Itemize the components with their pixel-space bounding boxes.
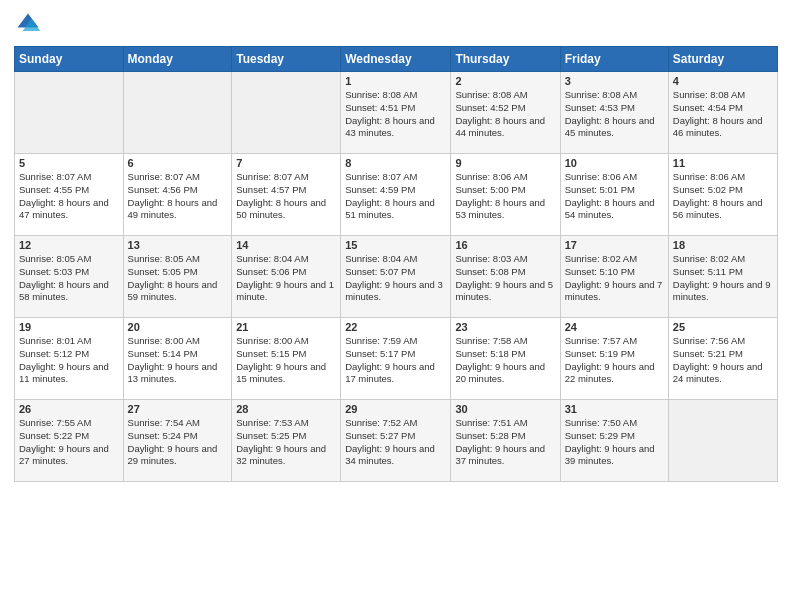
- day-cell: 1Sunrise: 8:08 AM Sunset: 4:51 PM Daylig…: [341, 72, 451, 154]
- day-cell: 18Sunrise: 8:02 AM Sunset: 5:11 PM Dayli…: [668, 236, 777, 318]
- day-cell: 2Sunrise: 8:08 AM Sunset: 4:52 PM Daylig…: [451, 72, 560, 154]
- day-info: Sunrise: 7:56 AM Sunset: 5:21 PM Dayligh…: [673, 335, 773, 386]
- day-info: Sunrise: 8:08 AM Sunset: 4:51 PM Dayligh…: [345, 89, 446, 140]
- day-cell: [123, 72, 232, 154]
- day-info: Sunrise: 8:08 AM Sunset: 4:52 PM Dayligh…: [455, 89, 555, 140]
- day-info: Sunrise: 8:01 AM Sunset: 5:12 PM Dayligh…: [19, 335, 119, 386]
- day-cell: 31Sunrise: 7:50 AM Sunset: 5:29 PM Dayli…: [560, 400, 668, 482]
- day-cell: 29Sunrise: 7:52 AM Sunset: 5:27 PM Dayli…: [341, 400, 451, 482]
- day-number: 2: [455, 75, 555, 87]
- day-cell: 25Sunrise: 7:56 AM Sunset: 5:21 PM Dayli…: [668, 318, 777, 400]
- day-cell: 5Sunrise: 8:07 AM Sunset: 4:55 PM Daylig…: [15, 154, 124, 236]
- day-number: 30: [455, 403, 555, 415]
- calendar-container: SundayMondayTuesdayWednesdayThursdayFrid…: [0, 0, 792, 612]
- day-number: 18: [673, 239, 773, 251]
- day-number: 21: [236, 321, 336, 333]
- day-info: Sunrise: 8:05 AM Sunset: 5:03 PM Dayligh…: [19, 253, 119, 304]
- day-info: Sunrise: 8:04 AM Sunset: 5:07 PM Dayligh…: [345, 253, 446, 304]
- week-row-2: 5Sunrise: 8:07 AM Sunset: 4:55 PM Daylig…: [15, 154, 778, 236]
- day-number: 29: [345, 403, 446, 415]
- day-number: 17: [565, 239, 664, 251]
- day-cell: 13Sunrise: 8:05 AM Sunset: 5:05 PM Dayli…: [123, 236, 232, 318]
- day-number: 25: [673, 321, 773, 333]
- day-number: 9: [455, 157, 555, 169]
- day-info: Sunrise: 7:59 AM Sunset: 5:17 PM Dayligh…: [345, 335, 446, 386]
- day-cell: 6Sunrise: 8:07 AM Sunset: 4:56 PM Daylig…: [123, 154, 232, 236]
- day-info: Sunrise: 7:53 AM Sunset: 5:25 PM Dayligh…: [236, 417, 336, 468]
- day-info: Sunrise: 8:00 AM Sunset: 5:14 PM Dayligh…: [128, 335, 228, 386]
- day-number: 14: [236, 239, 336, 251]
- day-cell: [232, 72, 341, 154]
- day-info: Sunrise: 8:07 AM Sunset: 4:56 PM Dayligh…: [128, 171, 228, 222]
- day-number: 27: [128, 403, 228, 415]
- day-number: 13: [128, 239, 228, 251]
- day-cell: 11Sunrise: 8:06 AM Sunset: 5:02 PM Dayli…: [668, 154, 777, 236]
- day-info: Sunrise: 8:00 AM Sunset: 5:15 PM Dayligh…: [236, 335, 336, 386]
- day-cell: 14Sunrise: 8:04 AM Sunset: 5:06 PM Dayli…: [232, 236, 341, 318]
- day-number: 19: [19, 321, 119, 333]
- week-row-5: 26Sunrise: 7:55 AM Sunset: 5:22 PM Dayli…: [15, 400, 778, 482]
- day-number: 16: [455, 239, 555, 251]
- day-info: Sunrise: 8:05 AM Sunset: 5:05 PM Dayligh…: [128, 253, 228, 304]
- calendar-table: SundayMondayTuesdayWednesdayThursdayFrid…: [14, 46, 778, 482]
- day-cell: 4Sunrise: 8:08 AM Sunset: 4:54 PM Daylig…: [668, 72, 777, 154]
- day-info: Sunrise: 8:07 AM Sunset: 4:57 PM Dayligh…: [236, 171, 336, 222]
- day-cell: 9Sunrise: 8:06 AM Sunset: 5:00 PM Daylig…: [451, 154, 560, 236]
- day-cell: 30Sunrise: 7:51 AM Sunset: 5:28 PM Dayli…: [451, 400, 560, 482]
- weekday-header-thursday: Thursday: [451, 47, 560, 72]
- logo-icon: [14, 10, 42, 38]
- day-info: Sunrise: 8:06 AM Sunset: 5:00 PM Dayligh…: [455, 171, 555, 222]
- day-info: Sunrise: 8:06 AM Sunset: 5:01 PM Dayligh…: [565, 171, 664, 222]
- day-number: 1: [345, 75, 446, 87]
- day-cell: 22Sunrise: 7:59 AM Sunset: 5:17 PM Dayli…: [341, 318, 451, 400]
- week-row-1: 1Sunrise: 8:08 AM Sunset: 4:51 PM Daylig…: [15, 72, 778, 154]
- day-number: 24: [565, 321, 664, 333]
- day-info: Sunrise: 7:51 AM Sunset: 5:28 PM Dayligh…: [455, 417, 555, 468]
- day-number: 26: [19, 403, 119, 415]
- day-info: Sunrise: 7:54 AM Sunset: 5:24 PM Dayligh…: [128, 417, 228, 468]
- weekday-header-tuesday: Tuesday: [232, 47, 341, 72]
- day-number: 5: [19, 157, 119, 169]
- week-row-3: 12Sunrise: 8:05 AM Sunset: 5:03 PM Dayli…: [15, 236, 778, 318]
- day-number: 11: [673, 157, 773, 169]
- weekday-header-row: SundayMondayTuesdayWednesdayThursdayFrid…: [15, 47, 778, 72]
- day-number: 31: [565, 403, 664, 415]
- weekday-header-monday: Monday: [123, 47, 232, 72]
- day-cell: 26Sunrise: 7:55 AM Sunset: 5:22 PM Dayli…: [15, 400, 124, 482]
- weekday-header-wednesday: Wednesday: [341, 47, 451, 72]
- weekday-header-saturday: Saturday: [668, 47, 777, 72]
- logo: [14, 10, 46, 38]
- week-row-4: 19Sunrise: 8:01 AM Sunset: 5:12 PM Dayli…: [15, 318, 778, 400]
- day-number: 8: [345, 157, 446, 169]
- day-number: 20: [128, 321, 228, 333]
- day-cell: 19Sunrise: 8:01 AM Sunset: 5:12 PM Dayli…: [15, 318, 124, 400]
- day-info: Sunrise: 8:06 AM Sunset: 5:02 PM Dayligh…: [673, 171, 773, 222]
- day-info: Sunrise: 8:07 AM Sunset: 4:55 PM Dayligh…: [19, 171, 119, 222]
- day-number: 15: [345, 239, 446, 251]
- day-number: 4: [673, 75, 773, 87]
- weekday-header-friday: Friday: [560, 47, 668, 72]
- day-cell: 15Sunrise: 8:04 AM Sunset: 5:07 PM Dayli…: [341, 236, 451, 318]
- day-number: 10: [565, 157, 664, 169]
- day-cell: 28Sunrise: 7:53 AM Sunset: 5:25 PM Dayli…: [232, 400, 341, 482]
- day-number: 3: [565, 75, 664, 87]
- day-info: Sunrise: 7:57 AM Sunset: 5:19 PM Dayligh…: [565, 335, 664, 386]
- day-info: Sunrise: 8:08 AM Sunset: 4:54 PM Dayligh…: [673, 89, 773, 140]
- day-cell: 21Sunrise: 8:00 AM Sunset: 5:15 PM Dayli…: [232, 318, 341, 400]
- day-cell: 7Sunrise: 8:07 AM Sunset: 4:57 PM Daylig…: [232, 154, 341, 236]
- day-info: Sunrise: 8:03 AM Sunset: 5:08 PM Dayligh…: [455, 253, 555, 304]
- day-cell: 27Sunrise: 7:54 AM Sunset: 5:24 PM Dayli…: [123, 400, 232, 482]
- day-info: Sunrise: 7:50 AM Sunset: 5:29 PM Dayligh…: [565, 417, 664, 468]
- day-info: Sunrise: 7:58 AM Sunset: 5:18 PM Dayligh…: [455, 335, 555, 386]
- day-cell: [15, 72, 124, 154]
- day-info: Sunrise: 8:04 AM Sunset: 5:06 PM Dayligh…: [236, 253, 336, 304]
- day-info: Sunrise: 8:02 AM Sunset: 5:11 PM Dayligh…: [673, 253, 773, 304]
- day-info: Sunrise: 7:55 AM Sunset: 5:22 PM Dayligh…: [19, 417, 119, 468]
- day-cell: [668, 400, 777, 482]
- day-number: 22: [345, 321, 446, 333]
- day-cell: 24Sunrise: 7:57 AM Sunset: 5:19 PM Dayli…: [560, 318, 668, 400]
- day-cell: 17Sunrise: 8:02 AM Sunset: 5:10 PM Dayli…: [560, 236, 668, 318]
- day-info: Sunrise: 8:08 AM Sunset: 4:53 PM Dayligh…: [565, 89, 664, 140]
- day-cell: 20Sunrise: 8:00 AM Sunset: 5:14 PM Dayli…: [123, 318, 232, 400]
- day-number: 28: [236, 403, 336, 415]
